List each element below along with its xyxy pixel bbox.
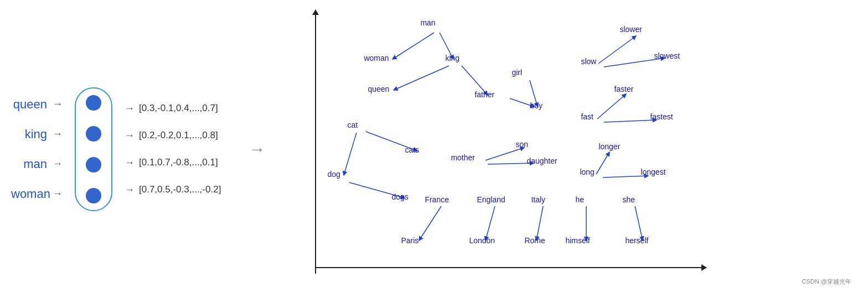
svg-line-3 <box>394 66 449 90</box>
word-item-man: man → <box>11 157 64 171</box>
node-father: father <box>474 90 494 99</box>
dot-queen <box>86 95 101 111</box>
vector-item-man: → [0.1,0.7,-0.8,...,0.1] <box>123 157 221 169</box>
arrow-woman: → <box>53 188 63 200</box>
vec-arrow-queen: → <box>125 103 135 114</box>
node-king: king <box>445 54 459 62</box>
node-he: he <box>575 195 584 204</box>
svg-line-18 <box>419 206 441 241</box>
left-section: queen → king → man → woman → <box>11 87 221 211</box>
svg-line-10 <box>485 148 524 160</box>
vector-item-queen: → [0.3,-0.1,0.4,...,0.7] <box>123 103 221 114</box>
word-list: queen → king → man → woman → <box>11 97 64 201</box>
node-slow: slow <box>581 57 596 66</box>
vector-item-woman: → [0.7,0.5,-0.3,...,-0.2] <box>123 184 221 196</box>
node-son: son <box>515 140 528 149</box>
word-item-king: king → <box>11 127 64 142</box>
vec-arrow-woman: → <box>125 184 135 196</box>
node-himself: himself <box>565 236 590 245</box>
embedding-diagram: man woman king girl queen father boy cat… <box>282 8 857 290</box>
node-cats: cats <box>405 145 419 154</box>
svg-line-20 <box>536 206 543 241</box>
arrow-queen: → <box>53 98 63 110</box>
svg-line-12 <box>598 36 636 64</box>
embedding-capsule <box>75 87 112 211</box>
dot-woman <box>86 188 101 203</box>
word-woman: woman <box>11 187 47 201</box>
dot-man <box>86 157 101 172</box>
node-herself: herself <box>625 236 648 245</box>
vector-item-king: → [0.2,-0.2,0.1,...,0.8] <box>123 130 221 142</box>
node-France: France <box>425 195 449 204</box>
diagram-arrows-svg <box>282 8 857 290</box>
watermark: CSDN @穿越光年 <box>802 278 851 286</box>
dot-king <box>86 126 101 142</box>
node-fastest: fastest <box>650 112 673 121</box>
node-she: she <box>622 195 635 204</box>
node-Rome: Rome <box>524 236 545 245</box>
word-item-queen: queen → <box>11 97 64 112</box>
node-London: London <box>469 236 495 245</box>
node-dog: dog <box>327 170 340 179</box>
vector-king: [0.2,-0.2,0.1,...,0.8] <box>139 130 218 141</box>
word-king: king <box>11 127 47 142</box>
node-England: England <box>477 195 505 204</box>
vectors-section: → [0.3,-0.1,0.4,...,0.7] → [0.2,-0.2,0.1… <box>123 103 221 196</box>
node-daughter: daughter <box>526 156 557 165</box>
svg-line-1 <box>392 33 434 59</box>
x-axis <box>315 267 702 268</box>
node-mother: mother <box>451 153 475 162</box>
arrow-king: → <box>53 128 63 140</box>
node-longer: longer <box>598 142 620 151</box>
svg-line-15 <box>604 120 657 122</box>
svg-line-8 <box>344 133 356 175</box>
node-longest: longest <box>640 168 665 176</box>
node-boy: boy <box>530 101 542 110</box>
node-man: man <box>420 18 435 27</box>
svg-line-22 <box>635 206 643 241</box>
node-dogs: dogs <box>391 192 408 201</box>
vec-arrow-man: → <box>125 157 135 169</box>
node-slower: slower <box>619 25 642 34</box>
vector-woman: [0.7,0.5,-0.3,...,-0.2] <box>139 184 221 195</box>
y-axis <box>315 14 316 274</box>
section-arrow: → <box>249 140 265 159</box>
svg-line-14 <box>597 94 626 119</box>
node-girl: girl <box>512 68 522 77</box>
node-woman: woman <box>364 54 389 62</box>
vec-arrow-king: → <box>125 130 135 142</box>
svg-line-16 <box>596 152 609 174</box>
node-slowest: slowest <box>654 51 680 60</box>
node-fast: fast <box>581 112 593 121</box>
node-cat: cat <box>347 121 358 129</box>
node-long: long <box>580 168 594 176</box>
word-man: man <box>11 157 47 171</box>
vector-man: [0.1,0.7,-0.8,...,0.1] <box>139 157 218 168</box>
word-item-woman: woman → <box>11 187 64 201</box>
node-faster: faster <box>614 85 633 93</box>
vector-queen: [0.3,-0.1,0.4,...,0.7] <box>139 103 218 114</box>
node-queen: queen <box>368 85 389 93</box>
word-queen: queen <box>11 97 47 112</box>
arrow-man: → <box>53 158 63 170</box>
svg-line-19 <box>485 206 495 241</box>
node-Italy: Italy <box>531 195 545 204</box>
main-container: queen → king → man → woman → <box>0 0 868 298</box>
node-Paris: Paris <box>401 236 418 245</box>
